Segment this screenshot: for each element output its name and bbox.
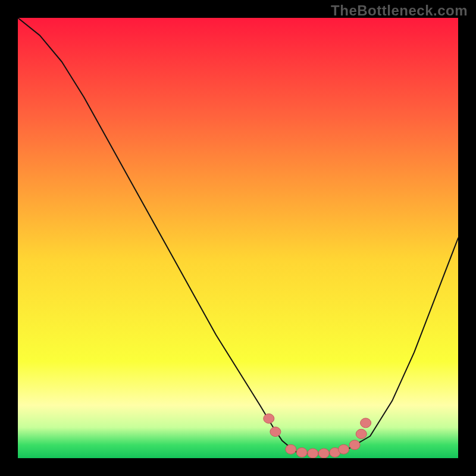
curve-marker bbox=[361, 418, 371, 428]
curve-marker bbox=[296, 447, 307, 457]
curve-marker bbox=[356, 429, 367, 439]
bottleneck-chart bbox=[18, 18, 458, 458]
curve-marker bbox=[339, 444, 349, 454]
curve-marker bbox=[349, 440, 360, 450]
curve-marker bbox=[270, 427, 281, 437]
watermark-text: TheBottleneck.com bbox=[331, 2, 468, 19]
curve-marker bbox=[264, 414, 274, 423]
page-root: TheBottleneck.com bbox=[0, 0, 476, 476]
chart-svg bbox=[18, 18, 458, 458]
curve-marker bbox=[318, 449, 329, 458]
gradient-background bbox=[18, 18, 458, 458]
curve-marker bbox=[286, 444, 296, 454]
curve-marker bbox=[308, 449, 318, 458]
